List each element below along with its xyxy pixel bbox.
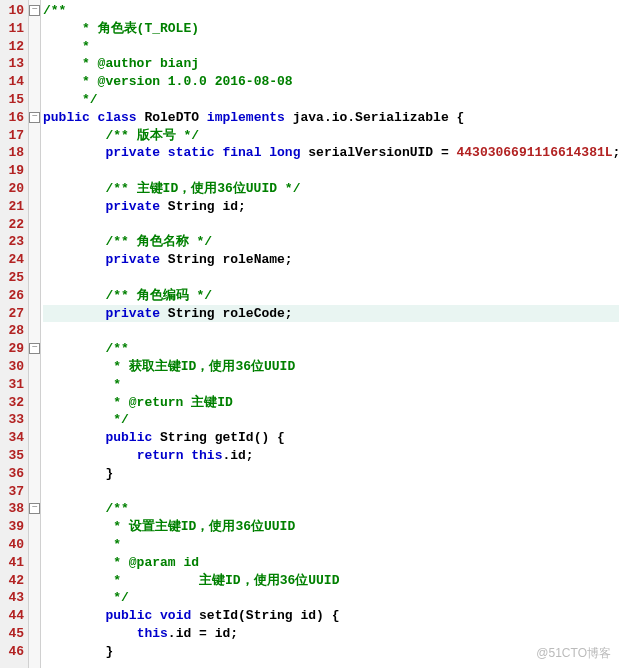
line-number: 43: [2, 589, 24, 607]
line-number-gutter: 1011121314151617181920212223242526272829…: [0, 0, 29, 668]
code-line[interactable]: private String id;: [43, 198, 619, 216]
code-line[interactable]: /** 角色名称 */: [43, 233, 619, 251]
fold-cell: −: [29, 2, 40, 20]
fold-cell: [29, 572, 40, 590]
fold-cell: [29, 251, 40, 269]
fold-cell: [29, 411, 40, 429]
line-number: 12: [2, 38, 24, 56]
line-number: 10: [2, 2, 24, 20]
code-line[interactable]: */: [43, 91, 619, 109]
code-line[interactable]: *: [43, 38, 619, 56]
fold-cell: [29, 589, 40, 607]
line-number: 37: [2, 483, 24, 501]
fold-cell: −: [29, 109, 40, 127]
fold-cell: −: [29, 340, 40, 358]
line-number: 45: [2, 625, 24, 643]
watermark: @51CTO博客: [536, 645, 611, 662]
code-line[interactable]: private static final long serialVersionU…: [43, 144, 619, 162]
line-number: 20: [2, 180, 24, 198]
line-number: 26: [2, 287, 24, 305]
fold-cell: [29, 91, 40, 109]
code-line[interactable]: [43, 322, 619, 340]
code-line[interactable]: /** 角色编码 */: [43, 287, 619, 305]
fold-cell: [29, 198, 40, 216]
fold-cell: [29, 536, 40, 554]
line-number: 17: [2, 127, 24, 145]
code-line[interactable]: private String roleName;: [43, 251, 619, 269]
line-number: 33: [2, 411, 24, 429]
line-number: 30: [2, 358, 24, 376]
code-line[interactable]: *: [43, 376, 619, 394]
code-line[interactable]: [43, 483, 619, 501]
line-number: 36: [2, 465, 24, 483]
code-area[interactable]: /** * 角色表(T_ROLE) * * @author bianj * @v…: [41, 0, 619, 668]
code-editor: 1011121314151617181920212223242526272829…: [0, 0, 619, 668]
fold-cell: [29, 429, 40, 447]
line-number: 28: [2, 322, 24, 340]
line-number: 11: [2, 20, 24, 38]
line-number: 40: [2, 536, 24, 554]
code-line[interactable]: }: [43, 643, 619, 661]
code-line[interactable]: private String roleCode;: [43, 305, 619, 323]
line-number: 16: [2, 109, 24, 127]
folding-column[interactable]: −−−−: [29, 0, 41, 668]
line-number: 24: [2, 251, 24, 269]
fold-cell: [29, 554, 40, 572]
code-line[interactable]: * 主键ID，使用36位UUID: [43, 572, 619, 590]
fold-cell: [29, 38, 40, 56]
line-number: 35: [2, 447, 24, 465]
code-line[interactable]: * 角色表(T_ROLE): [43, 20, 619, 38]
code-line[interactable]: return this.id;: [43, 447, 619, 465]
fold-toggle-icon[interactable]: −: [29, 5, 40, 16]
code-line[interactable]: *: [43, 536, 619, 554]
fold-cell: [29, 55, 40, 73]
fold-cell: [29, 73, 40, 91]
line-number: 18: [2, 144, 24, 162]
fold-cell: [29, 162, 40, 180]
line-number: 27: [2, 305, 24, 323]
code-line[interactable]: /**: [43, 500, 619, 518]
code-line[interactable]: /**: [43, 2, 619, 20]
fold-cell: [29, 625, 40, 643]
code-line[interactable]: [43, 269, 619, 287]
line-number: 29: [2, 340, 24, 358]
fold-cell: −: [29, 500, 40, 518]
code-line[interactable]: this.id = id;: [43, 625, 619, 643]
fold-cell: [29, 483, 40, 501]
line-number: 31: [2, 376, 24, 394]
code-line[interactable]: /**: [43, 340, 619, 358]
code-line[interactable]: }: [43, 465, 619, 483]
fold-cell: [29, 394, 40, 412]
code-line[interactable]: public String getId() {: [43, 429, 619, 447]
line-number: 38: [2, 500, 24, 518]
code-line[interactable]: [43, 162, 619, 180]
fold-cell: [29, 269, 40, 287]
code-line[interactable]: * 设置主键ID，使用36位UUID: [43, 518, 619, 536]
line-number: 41: [2, 554, 24, 572]
code-line[interactable]: [43, 216, 619, 234]
code-line[interactable]: public void setId(String id) {: [43, 607, 619, 625]
fold-toggle-icon[interactable]: −: [29, 503, 40, 514]
fold-toggle-icon[interactable]: −: [29, 112, 40, 123]
code-line[interactable]: * @author bianj: [43, 55, 619, 73]
fold-cell: [29, 518, 40, 536]
code-line[interactable]: * @return 主键ID: [43, 394, 619, 412]
line-number: 19: [2, 162, 24, 180]
line-number: 15: [2, 91, 24, 109]
code-line[interactable]: */: [43, 589, 619, 607]
line-number: 39: [2, 518, 24, 536]
code-line[interactable]: * 获取主键ID，使用36位UUID: [43, 358, 619, 376]
fold-cell: [29, 20, 40, 38]
code-line[interactable]: public class RoleDTO implements java.io.…: [43, 109, 619, 127]
code-line[interactable]: /** 版本号 */: [43, 127, 619, 145]
code-line[interactable]: /** 主键ID，使用36位UUID */: [43, 180, 619, 198]
line-number: 21: [2, 198, 24, 216]
code-line[interactable]: * @version 1.0.0 2016-08-08: [43, 73, 619, 91]
fold-cell: [29, 216, 40, 234]
line-number: 14: [2, 73, 24, 91]
code-line[interactable]: * @param id: [43, 554, 619, 572]
fold-cell: [29, 465, 40, 483]
fold-cell: [29, 322, 40, 340]
code-line[interactable]: */: [43, 411, 619, 429]
fold-toggle-icon[interactable]: −: [29, 343, 40, 354]
